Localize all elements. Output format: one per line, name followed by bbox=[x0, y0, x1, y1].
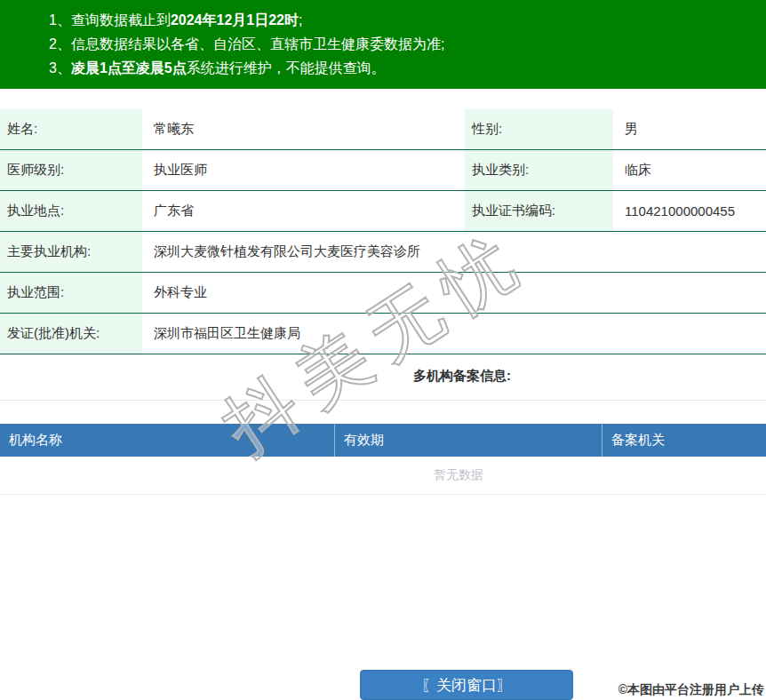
notice-line-1: 1、查询数据截止到2024年12月1日22时; bbox=[49, 8, 748, 32]
field-label-issuing-authority: 发证(批准)机关: bbox=[0, 314, 142, 354]
copyright-watermark: ©本图由平台注册用户上传 bbox=[618, 682, 764, 698]
notice-number: 3、 bbox=[49, 60, 71, 76]
field-value-main-org: 深圳大麦微针植发有限公司大麦医疗美容诊所 bbox=[142, 232, 766, 272]
field-value-cert-no: 110421000000455 bbox=[613, 191, 766, 231]
multi-org-section-title: 多机构备案信息: bbox=[0, 366, 766, 386]
column-header-filing-authority: 备案机关 bbox=[602, 424, 766, 457]
field-label-scope: 执业范围: bbox=[0, 273, 142, 313]
info-row-name-gender: 姓名: 常曦东 性别: 男 bbox=[0, 109, 766, 150]
field-value-gender: 男 bbox=[613, 109, 766, 149]
notice-text: ; bbox=[299, 12, 302, 28]
notice-text: 信息数据结果以各省、自治区、直辖市卫生健康委数据为准; bbox=[71, 36, 444, 52]
section-divider bbox=[0, 400, 766, 401]
field-value-category: 临床 bbox=[613, 150, 766, 190]
info-row-scope: 执业范围: 外科专业 bbox=[0, 273, 766, 314]
field-value-location: 广东省 bbox=[142, 191, 465, 231]
field-label-name: 姓名: bbox=[0, 109, 142, 149]
column-header-org-name: 机构名称 bbox=[0, 424, 335, 457]
multi-org-table: 机构名称 有效期 备案机关 暂无数据 bbox=[0, 424, 766, 495]
notice-banner: 1、查询数据截止到2024年12月1日22时; 2、信息数据结果以各省、自治区、… bbox=[0, 0, 766, 89]
close-window-button[interactable]: 〖关闭窗口〗 bbox=[360, 670, 573, 700]
info-row-location-cert: 执业地点: 广东省 执业证书编码: 110421000000455 bbox=[0, 191, 766, 232]
info-row-main-org: 主要执业机构: 深圳大麦微针植发有限公司大麦医疗美容诊所 bbox=[0, 232, 766, 273]
notice-bold-text: 凌晨1点至凌晨5点 bbox=[71, 60, 187, 76]
empty-data-text: 暂无数据 bbox=[0, 457, 766, 495]
multi-org-table-header: 机构名称 有效期 备案机关 bbox=[0, 424, 766, 457]
field-label-level: 医师级别: bbox=[0, 150, 142, 190]
notice-text: 系统进行维护，不能提供查询。 bbox=[187, 60, 386, 76]
field-label-cert-no: 执业证书编码: bbox=[465, 191, 613, 231]
notice-line-2: 2、信息数据结果以各省、自治区、直辖市卫生健康委数据为准; bbox=[49, 32, 748, 56]
notice-number: 1、 bbox=[49, 12, 71, 28]
notice-number: 2、 bbox=[49, 36, 71, 52]
column-header-validity: 有效期 bbox=[335, 424, 602, 457]
field-label-category: 执业类别: bbox=[465, 150, 613, 190]
info-row-issuing-authority: 发证(批准)机关: 深圳市福田区卫生健康局 bbox=[0, 314, 766, 354]
field-value-level: 执业医师 bbox=[142, 150, 465, 190]
doctor-info-table: 姓名: 常曦东 性别: 男 医师级别: 执业医师 执业类别: 临床 执业地点: … bbox=[0, 109, 766, 354]
notice-bold-text: 2024年12月1日22时 bbox=[171, 12, 299, 28]
notice-line-3: 3、凌晨1点至凌晨5点系统进行维护，不能提供查询。 bbox=[49, 56, 748, 80]
field-value-scope: 外科专业 bbox=[142, 273, 766, 313]
notice-text: 查询数据截止到 bbox=[71, 12, 171, 28]
info-row-level-category: 医师级别: 执业医师 执业类别: 临床 bbox=[0, 150, 766, 191]
field-value-issuing-authority: 深圳市福田区卫生健康局 bbox=[142, 314, 766, 354]
field-label-gender: 性别: bbox=[465, 109, 613, 149]
field-label-main-org: 主要执业机构: bbox=[0, 232, 142, 272]
field-label-location: 执业地点: bbox=[0, 191, 142, 231]
field-value-name: 常曦东 bbox=[142, 109, 465, 149]
